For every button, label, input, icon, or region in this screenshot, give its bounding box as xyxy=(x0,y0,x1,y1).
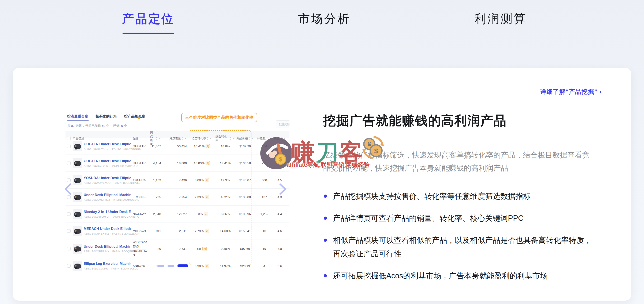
click-cvr-cell: 2.39%周 xyxy=(188,195,216,199)
rating-cell: 4.5 xyxy=(274,144,286,148)
product-mining-screenshot: 按流量重合度 按买家的行为 按产品相似度 三个维度对比同类产品的售价和转化率 共… xyxy=(66,111,290,279)
tab-label: 利润测算 xyxy=(474,12,527,25)
feature-description: 挖掘广告就能赚钱的高利润产品 亿级数据的任意指标筛选，快速发现高客单搞转化率的产… xyxy=(323,112,604,291)
brand-cell: GUGTTR xyxy=(133,161,150,165)
product-title-link[interactable]: GUGTTR Under Desk Elliptical Machine ... xyxy=(84,142,130,146)
product-ids: ASIN: B0CQPR824YPASIN: B0CQPR824Y xyxy=(84,250,130,253)
product-thumbnail xyxy=(73,244,82,254)
brand-cell: NICEDAY xyxy=(133,212,150,216)
product-title-link[interactable]: Under Desk Elliptical Machine Electric S… xyxy=(84,192,130,197)
product-thumbnail xyxy=(73,192,82,202)
product-title-link[interactable]: Niceday 2-in-1 Under Desk Elliptical Ell… xyxy=(84,209,130,214)
annotation-line xyxy=(140,118,182,118)
tab-market-analysis[interactable]: 市场分析 xyxy=(298,11,350,27)
tab-traffic-overlap[interactable]: 按流量重合度 xyxy=(67,114,88,119)
row-checkbox[interactable] xyxy=(67,229,70,233)
tab-label: 产品定位 xyxy=(122,12,174,25)
brand-cell: WIDESPREAD NUTRITION xyxy=(133,240,150,257)
combined-cvr-cell: 11.97% xyxy=(216,264,235,268)
product-thumbnail xyxy=(73,261,82,271)
product-thumbnail xyxy=(73,141,82,151)
bulk-favorite-button[interactable]: 批量收藏 xyxy=(276,120,290,128)
row-checkbox[interactable] xyxy=(67,144,70,148)
combined-cvr-cell: 6.36% xyxy=(216,212,235,216)
bullet-dot-icon xyxy=(324,239,327,242)
screenshot-active-tab-underline xyxy=(67,120,89,121)
feature-paragraph: 亿级数据的任意指标筛选，快速发现高客单搞转化率的产品，结合极目数据查看竞品竞价的… xyxy=(323,148,591,175)
row-checkbox[interactable] xyxy=(67,247,70,250)
week-badge: 周 xyxy=(205,229,209,233)
price-cell: $20.19 xyxy=(235,264,255,268)
annotation-callout: 三个维度对比同类产品的售价和转化率 xyxy=(181,113,257,122)
week-badge: 周 xyxy=(205,178,209,182)
week-badge: 周 xyxy=(206,144,210,148)
table-row: Niceday 2-in-1 Under Desk Elliptical Ell… xyxy=(66,206,290,223)
rating-cell: 4.8 xyxy=(274,247,286,250)
tab-buyer-behavior[interactable]: 按买家的行为 xyxy=(96,114,117,119)
result-selected: 0 xyxy=(120,124,124,127)
tab-profit-calculation[interactable]: 利润测算 xyxy=(474,11,527,27)
brand-cell: YOSUDA xyxy=(133,178,150,182)
reviews-cell: 954 xyxy=(255,144,274,148)
bullet-dot-icon xyxy=(324,195,327,198)
bullet-item: 还可拓展挖掘低Acos的利基市场，广告本身就能盈利的利基市场 xyxy=(323,269,598,283)
result-loaded: 50 xyxy=(101,124,106,127)
learn-more-label: 详细了解“产品挖掘” xyxy=(540,88,598,95)
row-checkbox[interactable] xyxy=(67,212,70,216)
row-checkbox[interactable] xyxy=(67,195,70,199)
results-summary: 共87结果，当前已加载50个已选:0个 xyxy=(67,124,127,128)
chevron-right-icon: › xyxy=(599,87,602,95)
tab-product-positioning[interactable]: 产品定位 xyxy=(122,11,174,27)
slider-pill xyxy=(158,265,164,267)
week-badge: 周 xyxy=(205,195,209,199)
bullet-item: 产品详情页可查看产品的销量、转化率、核心关键词PPC xyxy=(323,212,598,225)
active-tab-underline xyxy=(122,33,174,34)
product-ids: ASIN: B0CBJJL2F6PASIN: B0D5XH4QBN xyxy=(84,164,130,168)
combined-cvr-cell: 19.41% xyxy=(216,161,235,165)
brand-cell: GUGTTR xyxy=(133,144,150,148)
table-row: YOSUDA Under Desk Elliptical Electric El… xyxy=(66,172,290,189)
week-badge: 周 xyxy=(205,264,209,268)
product-title-link[interactable]: Under Desk Elliptical Machine - Electric… xyxy=(84,244,130,249)
bullet-item: 相似产品模块可以查看相似的产品，以及相似产品是否也具备高转化率特质，再次验证产品… xyxy=(323,233,598,261)
feature-card: 详细了解“产品挖掘”› 按流量重合度 按买家的行为 按产品相似度 三个维度对比同… xyxy=(13,68,631,300)
table-row: Ellipse Leg Exerciser Machine Non-Slip .… xyxy=(66,258,290,274)
click-cvr-cell: 7.79%周 xyxy=(188,229,216,233)
brand-cell: FRYLINE xyxy=(133,195,150,199)
product-title-link[interactable]: MERACH Under Desk Elliptical Machine ... xyxy=(84,226,130,231)
click-cvr-cell: 6.88%周 xyxy=(188,178,216,182)
bullet-dot-icon xyxy=(324,274,327,277)
row-checkbox[interactable] xyxy=(67,162,70,165)
product-title-link[interactable]: Ellipse Leg Exerciser Machine Non-Slip .… xyxy=(84,261,130,266)
product-ids: ASIN: B0CBT7YZG3PASIN: B0D5XWNNDX xyxy=(84,147,130,151)
table-row: MERACH Under Desk Elliptical Machine ...… xyxy=(66,223,290,239)
carousel-left-arrow[interactable] xyxy=(62,183,74,196)
reviews-cell: 137 xyxy=(255,195,274,199)
screenshot-tab-bar: 按流量重合度 按买家的行为 按产品相似度 xyxy=(67,114,145,119)
rating-cell: 3.6 xyxy=(274,264,286,268)
month-clicks-cell: 2,811 xyxy=(162,229,188,233)
product-ids: ASIN: B0CKMKTM92PASIN: B0D59D8S4L xyxy=(84,198,130,202)
product-title-link[interactable]: YOSUDA Under Desk Elliptical Electric El… xyxy=(84,176,130,180)
product-ids: ASIN: B0CMXYLXQQPASIN: B0CLNRPJLB xyxy=(84,181,130,185)
click-cvr-cell: 10.83%周 xyxy=(188,161,216,165)
learn-more-link[interactable]: 详细了解“产品挖掘”› xyxy=(540,87,602,96)
feature-heading: 挖掘广告就能赚钱的高利润产品 xyxy=(323,112,604,129)
combined-cvr-cell: 4.72% xyxy=(216,195,235,199)
combined-cvr-cell: 9.38% xyxy=(216,247,235,250)
rating-cell: 4.4 xyxy=(274,212,286,216)
combined-cvr-cell: 12.9% xyxy=(216,178,235,182)
week-clicks-cell: 11,407 xyxy=(150,144,162,148)
product-title-link[interactable]: GUGTTR Under Desk Elliptical Electric Se… xyxy=(84,159,130,163)
table-row: GUGTTR Under Desk Elliptical Electric Se… xyxy=(66,155,290,172)
carousel-right-arrow[interactable] xyxy=(277,183,288,196)
table-row: Under Desk Elliptical Machine Electric S… xyxy=(66,189,290,206)
price-cell: $130.58 xyxy=(235,161,255,165)
reviews-cell: 19 xyxy=(255,247,274,250)
row-checkbox[interactable] xyxy=(67,179,70,182)
product-thumbnail xyxy=(73,209,82,219)
combined-cvr-cell: 14.58% xyxy=(216,229,235,233)
month-clicks-cell: 7,436 xyxy=(162,178,188,182)
tab-label: 市场分析 xyxy=(298,12,350,25)
row-checkbox[interactable] xyxy=(67,264,70,268)
